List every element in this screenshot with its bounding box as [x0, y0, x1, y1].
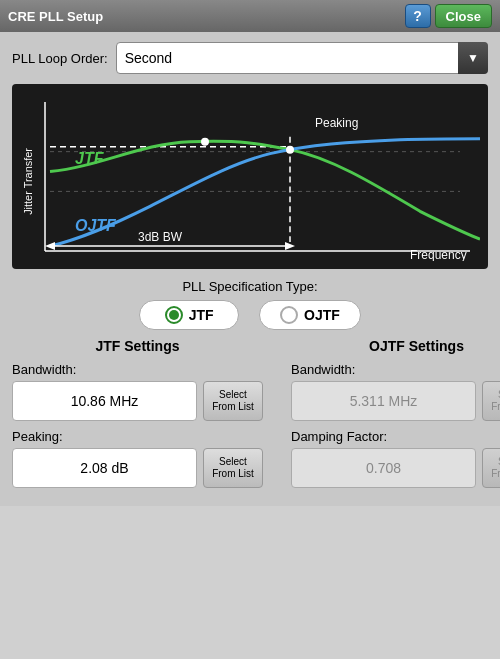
ojtf-bandwidth-label: Bandwidth:	[291, 362, 500, 377]
loop-order-select-wrapper: Second First Third	[116, 42, 488, 74]
ojtf-settings-title: OJTF Settings	[291, 338, 500, 354]
jtf-peaking-input[interactable]	[12, 448, 197, 488]
jtf-settings-title: JTF Settings	[12, 338, 263, 354]
ojtf-bandwidth-input	[291, 381, 476, 421]
jtf-peaking-label: Peaking:	[12, 429, 263, 444]
jtf-peaking-row: SelectFrom List	[12, 448, 263, 488]
ojtf-damping-group: Damping Factor: SelectFrom List	[291, 429, 500, 488]
svg-text:OJTF: OJTF	[75, 217, 117, 234]
svg-marker-10	[45, 242, 55, 250]
loop-order-row: PLL Loop Order: Second First Third	[12, 42, 488, 74]
settings-row: JTF Settings Bandwidth: SelectFrom List …	[12, 338, 488, 496]
window-title: CRE PLL Setup	[8, 9, 103, 24]
ojtf-bandwidth-group: Bandwidth: SelectFrom List	[291, 362, 500, 421]
svg-text:Peaking: Peaking	[315, 116, 358, 130]
spec-type-label: PLL Specification Type:	[12, 279, 488, 294]
radio-ojtf-circle	[280, 306, 298, 324]
svg-marker-11	[285, 242, 295, 250]
jtf-settings-panel: JTF Settings Bandwidth: SelectFrom List …	[12, 338, 263, 496]
main-content: PLL Loop Order: Second First Third Jitte…	[0, 32, 500, 506]
radio-jtf-circle	[165, 306, 183, 324]
spec-type-section: PLL Specification Type: JTF OJTF	[12, 279, 488, 330]
jtf-bandwidth-select-button[interactable]: SelectFrom List	[203, 381, 263, 421]
ojtf-settings-panel: OJTF Settings Bandwidth: SelectFrom List…	[291, 338, 500, 496]
ojtf-damping-input	[291, 448, 476, 488]
title-buttons: ? Close	[405, 4, 492, 28]
radio-jtf-label: JTF	[189, 307, 214, 323]
radio-ojtf[interactable]: OJTF	[259, 300, 361, 330]
close-button[interactable]: Close	[435, 4, 492, 28]
svg-point-7	[201, 138, 209, 146]
radio-jtf[interactable]: JTF	[139, 300, 239, 330]
svg-text:3dB BW: 3dB BW	[138, 230, 183, 244]
jtf-bandwidth-row: SelectFrom List	[12, 381, 263, 421]
svg-point-8	[286, 146, 294, 154]
radio-row: JTF OJTF	[12, 300, 488, 330]
loop-order-select[interactable]: Second First Third	[116, 42, 488, 74]
jtf-bandwidth-group: Bandwidth: SelectFrom List	[12, 362, 263, 421]
ojtf-damping-row: SelectFrom List	[291, 448, 500, 488]
chart-svg: Jitter Transfer JTF OJTF Peaking	[20, 92, 480, 261]
loop-order-label: PLL Loop Order:	[12, 51, 108, 66]
jtf-bandwidth-input[interactable]	[12, 381, 197, 421]
ojtf-damping-select-button: SelectFrom List	[482, 448, 500, 488]
jtf-bandwidth-label: Bandwidth:	[12, 362, 263, 377]
jtf-peaking-select-button[interactable]: SelectFrom List	[203, 448, 263, 488]
svg-text:JTF: JTF	[75, 150, 105, 167]
ojtf-bandwidth-row: SelectFrom List	[291, 381, 500, 421]
ojtf-damping-label: Damping Factor:	[291, 429, 500, 444]
svg-text:Frequency: Frequency	[410, 248, 467, 261]
title-bar: CRE PLL Setup ? Close	[0, 0, 500, 32]
radio-ojtf-label: OJTF	[304, 307, 340, 323]
jtf-peaking-group: Peaking: SelectFrom List	[12, 429, 263, 488]
chart-container: Jitter Transfer JTF OJTF Peaking	[12, 84, 488, 269]
ojtf-bandwidth-select-button: SelectFrom List	[482, 381, 500, 421]
help-button[interactable]: ?	[405, 4, 431, 28]
y-axis-label: Jitter Transfer	[22, 148, 34, 215]
